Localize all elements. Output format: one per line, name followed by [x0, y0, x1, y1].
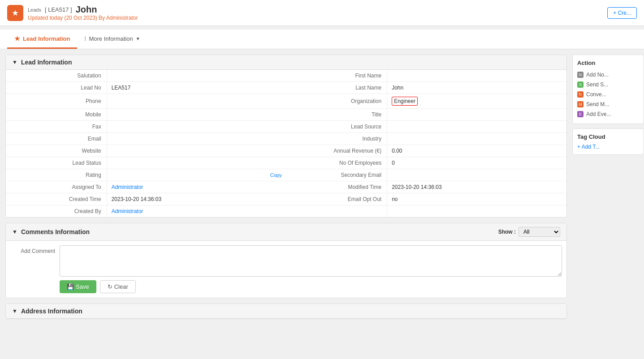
main-layout: ▼ Lead Information Salutation First Name… — [0, 49, 644, 330]
empty-label — [286, 205, 387, 218]
noofemployees-value: 0 — [387, 157, 566, 169]
action-convert[interactable]: ↻ Conve... — [577, 90, 639, 99]
action-add-event[interactable]: E Add Eve... — [577, 109, 639, 119]
lead-information-section: ▼ Lead Information Salutation First Name… — [5, 55, 567, 218]
action-add-note[interactable]: N Add No... — [577, 70, 639, 80]
tab-lead-information[interactable]: ★ Lead Information — [7, 30, 77, 49]
copy-link[interactable]: Copy — [270, 172, 282, 178]
comments-section-header[interactable]: ▼ Comments Information Show : All Commen… — [6, 223, 566, 241]
comments-information-section: ▼ Comments Information Show : All Commen… — [5, 223, 567, 298]
add-note-icon: N — [577, 72, 583, 78]
table-row: Salutation First Name — [6, 70, 566, 82]
annualrevenue-value: 0.00 — [387, 145, 566, 157]
email-label: Email — [6, 133, 107, 145]
leadno-value: LEA517 — [107, 82, 286, 94]
show-label: Show : — [498, 229, 516, 235]
table-row: Website Annual Revenue (€) 0.00 — [6, 145, 566, 157]
table-row: Email Industry — [6, 133, 566, 145]
noofemployees-label: No Of Employees — [286, 157, 387, 169]
title-label: Title — [286, 109, 387, 121]
updated-text: Updated today (20 Oct 2023) By Administr… — [28, 15, 138, 21]
more-info-tab-icon: ⁝ — [84, 35, 86, 42]
firstname-label: First Name — [286, 70, 387, 82]
emailoptout-value: no — [387, 193, 566, 205]
create-button[interactable]: + Cre... — [607, 7, 637, 19]
tabs-bar: ★ Lead Information ⁝ More Information ▼ — [0, 30, 644, 49]
annualrevenue-label: Annual Revenue (€) — [286, 145, 387, 157]
website-label: Website — [6, 145, 107, 157]
table-row: Fax Lead Source — [6, 121, 566, 133]
convert-icon: ↻ — [577, 91, 583, 98]
createdby-value: Administrator — [107, 205, 286, 218]
save-label: Save — [76, 283, 89, 290]
phone-label: Phone — [6, 94, 107, 109]
module-icon: ★ — [7, 5, 23, 21]
modifiedtime-value: 2023-10-20 14:36:03 — [387, 181, 566, 193]
assignedto-link[interactable]: Administrator — [112, 184, 143, 190]
actions-title: Action — [577, 60, 639, 66]
leadstatus-label: Lead Status — [6, 157, 107, 169]
tab-more-information[interactable]: ⁝ More Information ▼ — [77, 30, 147, 49]
rating-label: Rating — [6, 169, 107, 181]
add-event-icon: E — [577, 111, 583, 117]
lead-info-tab-label: Lead Information — [23, 35, 70, 42]
table-row: Created Time 2023-10-20 14:36:03 Email O… — [6, 193, 566, 205]
organization-value: Engineer — [387, 94, 566, 109]
add-note-label: Add No... — [586, 72, 609, 78]
firstname-value — [387, 70, 566, 82]
createdby-link[interactable]: Administrator — [112, 208, 143, 214]
add-tag-label: + Add T... — [577, 144, 600, 150]
show-filter: Show : All Comments History — [498, 227, 560, 237]
add-tag-button[interactable]: + Add T... — [577, 144, 639, 150]
send-sms-label: Send S... — [586, 81, 608, 88]
rating-value: Copy — [107, 169, 286, 181]
tag-cloud-sidebar: Tag Cloud + Add T... — [572, 128, 644, 155]
leadstatus-value — [107, 157, 286, 169]
comments-header-left: ▼ Comments Information — [12, 228, 90, 235]
convert-label: Conve... — [586, 91, 606, 98]
empty-value — [387, 205, 566, 218]
table-row: Lead Status No Of Employees 0 — [6, 157, 566, 169]
createdtime-value: 2023-10-20 14:36:03 — [107, 193, 286, 205]
industry-label: Industry — [286, 133, 387, 145]
mobile-label: Mobile — [6, 109, 107, 121]
fax-label: Fax — [6, 121, 107, 133]
more-info-tab-label: More Information — [89, 35, 133, 42]
lead-info-section-title: Lead Information — [21, 59, 72, 66]
comments-section-title: Comments Information — [21, 228, 90, 235]
salutation-value — [107, 70, 286, 82]
lead-info-section-header[interactable]: ▼ Lead Information — [6, 55, 566, 70]
table-row: Created By Administrator — [6, 205, 566, 218]
lead-name: John — [76, 4, 97, 15]
content-area: ▼ Lead Information Salutation First Name… — [5, 55, 567, 325]
address-section-header[interactable]: ▼ Address Information — [6, 304, 566, 319]
comment-textarea[interactable] — [60, 245, 562, 277]
comments-chevron: ▼ — [12, 229, 17, 235]
table-row: Phone Organization Engineer — [6, 94, 566, 109]
industry-value — [387, 133, 566, 145]
tag-cloud-title: Tag Cloud — [577, 133, 639, 140]
action-send-mail[interactable]: M Send M... — [577, 99, 639, 109]
createdby-label: Created By — [6, 205, 107, 218]
address-information-section: ▼ Address Information — [5, 303, 567, 319]
header-right: + Cre... — [607, 7, 637, 19]
clear-label: Clear — [114, 283, 128, 290]
clear-button[interactable]: ↻ Clear — [100, 280, 136, 293]
send-sms-icon: S — [577, 81, 583, 88]
salutation-label: Salutation — [6, 70, 107, 82]
address-chevron: ▼ — [12, 308, 17, 314]
table-row: Lead No LEA517 Last Name John — [6, 82, 566, 94]
save-button[interactable]: 💾 Save — [60, 280, 96, 293]
address-section-title: Address Information — [21, 308, 82, 315]
leadsource-label: Lead Source — [286, 121, 387, 133]
send-mail-label: Send M... — [586, 101, 609, 107]
leadno-label: Lead No — [6, 82, 107, 94]
show-select[interactable]: All Comments History — [519, 227, 560, 237]
mobile-value — [107, 109, 286, 121]
add-event-label: Add Eve... — [586, 111, 611, 117]
organization-highlighted: Engineer — [392, 97, 418, 106]
action-send-sms[interactable]: S Send S... — [577, 80, 639, 90]
comment-actions: 💾 Save ↻ Clear — [60, 280, 562, 293]
website-value — [107, 145, 286, 157]
secondaryemail-value — [387, 169, 566, 181]
